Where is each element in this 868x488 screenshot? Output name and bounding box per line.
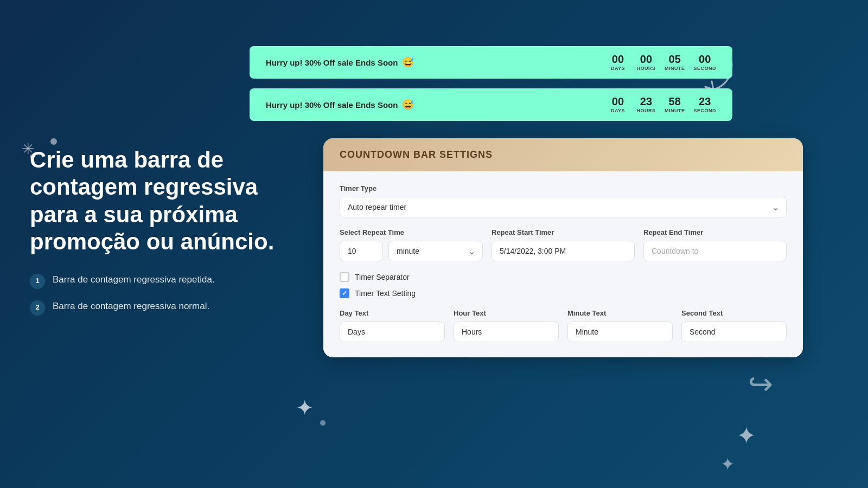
bar-2-hours: 23 HOURS	[636, 96, 656, 113]
day-text-label: Day Text	[340, 309, 445, 317]
feature-text-1: Barra de contagem regressiva repetida.	[53, 273, 215, 286]
repeat-start-input[interactable]	[492, 241, 635, 261]
checkbox-text-setting[interactable]: Timer Text Setting	[340, 288, 787, 298]
bar-1-units: 00 DAYS 00 HOURS 05 MINUTE 00 SECOND	[608, 54, 716, 71]
repeat-time-col: Select Repeat Time minute hour day ⌄	[340, 228, 483, 261]
second-text-label: Second Text	[681, 309, 787, 317]
left-content: Crie uma barra de contagem regressiva pa…	[30, 146, 307, 316]
checkbox-text-setting-box[interactable]	[340, 288, 349, 298]
spiral-deco: ↪	[748, 367, 773, 401]
bar-1-text: Hurry up! 30% Off sale Ends Soon 😅	[266, 56, 414, 68]
timer-type-select-wrapper[interactable]: Auto repear timerNormal timer ⌄	[340, 197, 787, 217]
repeat-unit-select[interactable]: minute hour day	[388, 241, 483, 261]
bar-2-seconds: 23 SECOND	[693, 96, 716, 113]
second-text-input[interactable]	[681, 322, 787, 342]
text-fields-row: Day Text Hour Text Minute Text Second Te…	[340, 309, 787, 342]
countdown-bars: Hurry up! 30% Off sale Ends Soon 😅 00 DA…	[250, 46, 732, 121]
panel-header: COUNTDOWN BAR SETTIGNS	[323, 138, 803, 171]
bar-2-minutes: 58 MINUTE	[665, 96, 685, 113]
checkbox-group: Timer Separator Timer Text Setting	[340, 272, 787, 298]
timer-type-group: Timer Type Auto repear timerNormal timer…	[340, 184, 787, 217]
repeat-unit-select-wrapper[interactable]: minute hour day ⌄	[388, 241, 483, 261]
feature-item-2: 2 Barra de contagem regressiva normal.	[30, 300, 307, 316]
bar-2-text: Hurry up! 30% Off sale Ends Soon 😅	[266, 99, 414, 111]
checkbox-separator-label: Timer Separator	[355, 273, 410, 281]
feature-item-1: 1 Barra de contagem regressiva repetida.	[30, 273, 307, 289]
circle-deco-3	[320, 420, 326, 426]
bar-1-minutes: 05 MINUTE	[665, 54, 685, 71]
bar-2-units: 00 DAYS 23 HOURS 58 MINUTE 23 SECOND	[608, 96, 716, 113]
repeat-time-inputs: minute hour day ⌄	[340, 241, 483, 261]
circle-deco-1	[50, 138, 57, 145]
feature-list: 1 Barra de contagem regressiva repetida.…	[30, 273, 307, 316]
countdown-bar-1: Hurry up! 30% Off sale Ends Soon 😅 00 DA…	[250, 46, 732, 79]
panel-title: COUNTDOWN BAR SETTIGNS	[340, 149, 493, 160]
feature-text-2: Barra de contagem regressiva normal.	[53, 300, 209, 313]
bar-1-days: 00 DAYS	[608, 54, 628, 71]
bar-1-emoji: 😅	[402, 56, 414, 68]
checkbox-separator-box[interactable]	[340, 272, 349, 282]
panel-body: Timer Type Auto repear timerNormal timer…	[323, 171, 803, 357]
main-heading: Crie uma barra de contagem regressiva pa…	[30, 146, 307, 256]
bar-2-days: 00 DAYS	[608, 96, 628, 113]
countdown-bar-2: Hurry up! 30% Off sale Ends Soon 😅 00 DA…	[250, 88, 732, 121]
hour-text-input[interactable]	[454, 322, 559, 342]
repeat-time-num-input[interactable]	[340, 241, 383, 261]
minute-text-col: Minute Text	[567, 309, 673, 342]
day-text-input[interactable]	[340, 322, 445, 342]
repeat-end-input[interactable]	[643, 241, 787, 261]
checkbox-separator[interactable]: Timer Separator	[340, 272, 787, 282]
settings-panel: COUNTDOWN BAR SETTIGNS Timer Type Auto r…	[323, 138, 803, 357]
repeat-start-label: Repeat Start Timer	[492, 228, 635, 236]
star-deco-3: ✦	[736, 421, 757, 450]
hour-text-label: Hour Text	[454, 309, 559, 317]
checkbox-text-setting-label: Timer Text Setting	[355, 289, 416, 298]
hour-text-col: Hour Text	[454, 309, 559, 342]
bar-2-emoji: 😅	[402, 99, 414, 111]
timer-type-select[interactable]: Auto repear timerNormal timer	[340, 197, 787, 217]
second-text-col: Second Text	[681, 309, 787, 342]
repeat-end-col: Repeat End Timer	[643, 228, 787, 261]
bar-1-hours: 00 HOURS	[636, 54, 656, 71]
minute-text-label: Minute Text	[567, 309, 673, 317]
repeat-start-col: Repeat Start Timer	[492, 228, 635, 261]
feature-num-1: 1	[30, 274, 45, 289]
repeat-row: Select Repeat Time minute hour day ⌄ Rep…	[340, 228, 787, 261]
feature-num-2: 2	[30, 300, 45, 316]
minute-text-input[interactable]	[567, 322, 673, 342]
timer-type-label: Timer Type	[340, 184, 787, 192]
star-deco-2: ✦	[296, 395, 314, 420]
bar-1-seconds: 00 SECOND	[693, 54, 716, 71]
repeat-time-label: Select Repeat Time	[340, 228, 483, 236]
repeat-end-label: Repeat End Timer	[643, 228, 787, 236]
star-deco-4: ✦	[720, 454, 735, 474]
day-text-col: Day Text	[340, 309, 445, 342]
